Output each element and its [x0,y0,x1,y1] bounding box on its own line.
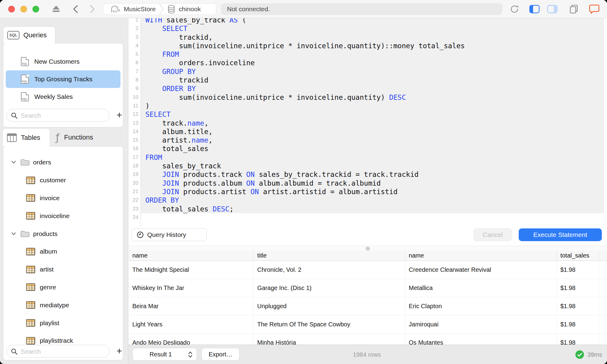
sql-editor-pane: 123456789101112131415161718192021222324 … [129,18,607,246]
code-token: sum(invoiceline.unitprice * invoiceline.… [145,42,465,50]
splitter-handle-icon[interactable] [366,247,370,251]
toggle-right-sidebar-icon[interactable] [547,5,558,13]
add-query-button[interactable]: + [113,109,125,122]
table-row[interactable]: Whiskey In The JarGarage Inc. (Disc 1)Me… [129,279,607,297]
code-editor[interactable]: WITH sales_by_track AS ( SELECT trackid,… [141,18,604,222]
code-line: JOIN products.artist ON artist.artistid … [141,187,604,196]
code-line: sum(invoiceline.unitprice * invoiceline.… [141,42,604,50]
line-number: 23 [129,205,138,213]
code-line: album.title, [141,127,604,136]
code-line: JOIN products.track ON sales_by_track.tr… [141,170,604,179]
column-header-title[interactable]: title [253,251,405,261]
tree-folder-orders[interactable]: orders [3,153,123,171]
sidebar: SQL Queries SQLNew CustomersSQLTop Gross… [0,18,128,364]
table-row[interactable]: The Midnight SpecialChronicle, Vol. 2Cre… [129,261,607,279]
tables-search-field[interactable] [6,345,110,358]
zoom-button[interactable] [32,6,39,12]
chevron-down-icon[interactable] [10,159,17,166]
code-token: products.album [179,179,246,187]
tree-table-genre[interactable]: genre [3,278,123,296]
query-item-weekly-sales[interactable]: SQLWeekly Sales [6,88,120,106]
table-cell: Whiskey In The Jar [129,279,253,297]
column-header-name[interactable]: name [405,251,557,261]
minimize-button[interactable] [20,6,27,12]
tab-tables[interactable]: Tables [2,128,50,147]
title-bar: MusicStore chinook Not connected. [0,0,607,18]
back-button-icon[interactable] [71,4,81,14]
feedback-icon[interactable] [589,4,600,14]
table-cell: Metallica [405,279,557,297]
tree-table-mediatype[interactable]: mediatype [3,296,123,314]
query-item-new-customers[interactable]: SQLNew Customers [6,53,120,70]
code-token: JOIN [162,188,179,196]
sql-badge-icon: SQL [7,31,19,39]
tree-table-customer[interactable]: customer [3,171,123,189]
line-number: 5 [129,50,138,59]
table-cell: Creedence Clearwater Revival [405,261,557,279]
code-token [145,50,162,58]
table-row[interactable]: Ando Meio DesligadoMinha HistóriaOs Muta… [129,334,607,345]
tree-table-playlist[interactable]: playlist [3,314,123,332]
table-row[interactable]: Beira MarUnpluggedEric Clapton$1.98 [129,297,607,315]
table-cell: $1.98 [557,279,599,297]
code-token: sales_by_track [145,162,221,170]
line-number: 20 [129,179,138,187]
windows-icon[interactable] [569,4,579,14]
toggle-left-sidebar-icon[interactable] [529,5,540,13]
tables-search-input[interactable] [20,345,106,358]
code-line: JOIN products.album ON album.albumid = t… [141,179,604,187]
code-token [145,85,162,93]
tree-table-artist[interactable]: artist [3,261,123,278]
tab-queries[interactable]: SQL Queries [3,26,55,43]
line-number: 13 [129,119,138,127]
breadcrumb-database[interactable]: chinook [179,5,201,13]
code-line: GROUP BY [141,67,604,76]
code-token: products.artist [179,188,250,196]
table-cell: The Return Of The Space Cowboy [253,315,405,333]
query-history-button[interactable]: Query History [131,228,207,241]
tree-folder-products[interactable]: products [3,225,123,243]
code-token [145,68,162,76]
folder-icon [20,230,30,238]
forward-button-icon[interactable] [87,4,97,14]
chevron-down-icon[interactable] [10,231,17,237]
line-number: 3 [129,33,138,42]
code-line: trackid [141,76,604,84]
tree-item-label: products [33,230,58,238]
query-item-top-grossing-tracks[interactable]: SQLTop Grossing Tracks [6,70,120,88]
tree-item-label: mediatype [40,302,69,309]
tree-table-album[interactable]: album [3,243,123,261]
column-header-total-sales[interactable]: total_sales [557,251,599,261]
queries-search-field[interactable] [6,109,110,122]
breadcrumb-server[interactable]: MusicStore [124,5,156,13]
line-number: 21 [129,187,138,196]
code-line [141,213,604,222]
query-item-label: Weekly Sales [34,93,73,100]
execute-statement-button[interactable]: Execute Statement [519,228,602,241]
table-row[interactable]: Light YearsThe Return Of The Space Cowbo… [129,315,607,334]
column-header-filler[interactable] [599,251,607,261]
column-header-name[interactable]: name [129,251,253,261]
breadcrumb[interactable]: MusicStore chinook [103,3,216,15]
table-cell [599,297,607,315]
tree-table-invoice[interactable]: invoice [3,189,123,207]
result-select[interactable]: Result 1 [132,348,197,361]
tree-table-invoiceline[interactable]: invoiceline [3,207,123,225]
query-item-label: New Customers [34,58,80,65]
queries-search-input[interactable] [20,110,106,122]
pane-splitter[interactable] [129,246,607,251]
refresh-icon[interactable] [510,4,519,14]
tree-item-label: album [40,248,57,255]
cancel-button[interactable]: Cancel [473,228,512,241]
close-button[interactable] [8,6,15,12]
table-cell: $1.98 [557,297,599,315]
code-token: DESC [213,205,229,213]
tab-functions[interactable]: ƒ Functions [53,128,120,147]
code-token: ORDER BY [145,196,179,204]
eject-icon[interactable] [51,5,61,14]
add-table-button[interactable]: + [113,345,123,358]
export-button[interactable]: Export… [202,348,239,361]
tables-search-row: + [6,345,123,358]
table-icon [26,337,35,345]
code-token: GROUP BY [162,68,196,76]
